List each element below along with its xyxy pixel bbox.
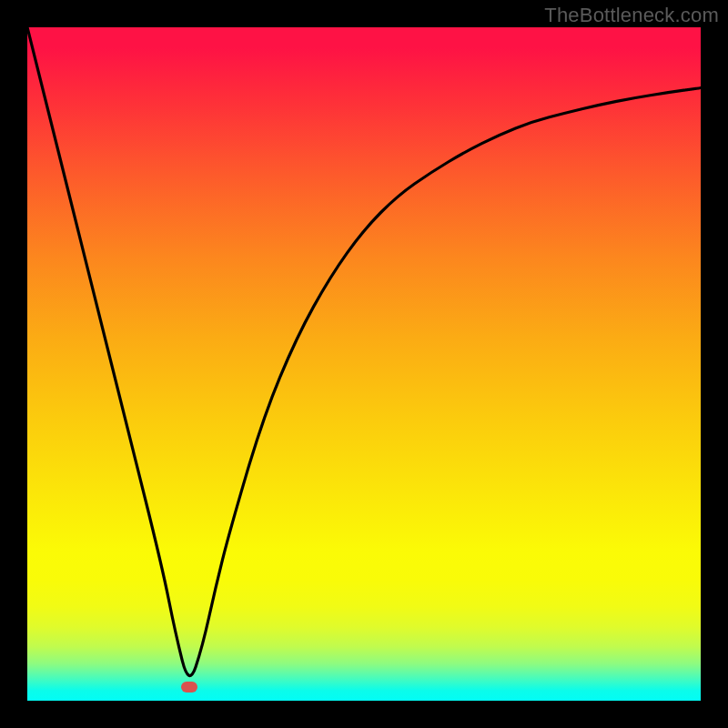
bottleneck-curve (27, 27, 701, 701)
plot-area (27, 27, 701, 701)
chart-frame: TheBottleneck.com (0, 0, 728, 728)
minimum-marker (181, 682, 197, 693)
curve-path (27, 27, 701, 676)
watermark-text: TheBottleneck.com (544, 4, 719, 27)
